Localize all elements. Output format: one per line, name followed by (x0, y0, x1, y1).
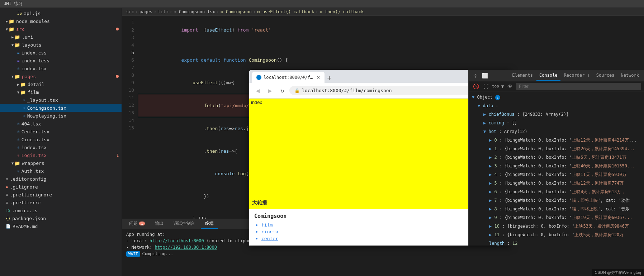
watermark: CSDN @努力的Wellingtoη (592, 269, 644, 276)
obj-coming[interactable]: ▶ coming : [] (472, 119, 641, 127)
obj-hot-length: length : 12 (472, 239, 641, 246)
code-line-3: export default function Comingsoon() { (138, 49, 644, 71)
sidebar-item-readme[interactable]: 📄 README.md (0, 222, 122, 230)
devtools-filter-icon: ⛶ (482, 82, 490, 90)
sidebar-item-index-css[interactable]: ≋ index.css (0, 49, 122, 57)
browser-active-tab[interactable]: localhost:8000/#/film/coming... × (252, 72, 325, 83)
devtools-icons-bar: ⊹ ⬜ Elements Console Recorder ↑ Sources … (469, 70, 644, 81)
obj-hot-6[interactable]: ▶ 6 : {bingeWatch: 0, boxInfo: '上映4天，累计票… (472, 187, 641, 196)
sidebar-item-index-less[interactable]: ≋ index.less (0, 57, 122, 65)
devtools-tab-sources[interactable]: Sources (593, 71, 617, 81)
browser-reload-button[interactable]: ↻ (277, 86, 287, 96)
sidebar-item-prettierignore[interactable]: ⚙ .prettierignore (0, 191, 122, 199)
devtools-level-label: top (492, 84, 499, 89)
browser-tab-close-button[interactable]: × (317, 74, 320, 81)
obj-data-label[interactable]: ▼ data : (472, 101, 641, 110)
devtools-tab-console[interactable]: Console (536, 71, 560, 81)
sidebar-item-index-tsx-layouts[interactable]: ⚛ index.tsx (0, 65, 122, 72)
sidebar-item-detail[interactable]: ▶ 📁 detail (0, 80, 122, 88)
browser-tab-url-label: localhost:8000/#/film/coming... (264, 75, 314, 80)
sidebar-item-node-modules[interactable]: ▶ 📁 node_modules (0, 17, 122, 25)
obj-hot-2[interactable]: ▶ 2 : {bingeWatch: 0, boxInfo: '上映5天，累计票… (472, 153, 641, 162)
sidebar-item-layouts[interactable]: ▼ 📁 layouts (0, 41, 122, 49)
obj-hot-9[interactable]: ▶ 9 : {bingeWatch: 0, boxInfo: '上映19天，累计… (472, 213, 641, 222)
sidebar-item-layout-tsx[interactable]: ⚛ _layout.tsx (0, 96, 122, 104)
tab-debug-console[interactable]: 调试控制台 (169, 219, 199, 229)
sidebar-item-nowplaying-tsx[interactable]: ⚛ Nowplaying.tsx (0, 112, 122, 120)
devtools-cursor-icon[interactable]: ⊹ (471, 71, 480, 80)
devtools-device-icon[interactable]: ⬜ (480, 71, 489, 80)
obj-hot-0[interactable]: ▶ 0 : {bingeWatch: 0, boxInfo: '上映12天，累计… (472, 136, 641, 144)
browser-new-tab-button[interactable]: + (325, 73, 335, 83)
obj-hot-5[interactable]: ▶ 5 : {bingeWatch: 0, boxInfo: '上映12天，累计… (472, 179, 641, 187)
breadcrumb: src › pages › film › ⚛ Comingsoon.tsx › … (122, 8, 644, 16)
sidebar-item-404-tsx[interactable]: ⚛ 404.tsx (0, 120, 122, 128)
obj-hot-8[interactable]: ▶ 8 : {bingeWatch: 0, boxInfo: '喵，即将上映',… (472, 205, 641, 213)
obj-hot-1[interactable]: ▶ 1 : {bingeWatch: 0, boxInfo: '上映26天，累计… (472, 144, 641, 153)
sidebar-item-umi[interactable]: ▶ 📁 .umi (0, 33, 122, 41)
address-text: localhost:8000/#/film/comingsoon (302, 88, 392, 93)
obj-hot-label[interactable]: ▼ hot : Array(12) (472, 127, 641, 136)
devtools-tab-recorder[interactable]: Recorder ↑ (561, 71, 593, 81)
browser-forward-button[interactable]: ▶ (265, 86, 275, 96)
devtools-console-toolbar: 🚫 ⛶ top ▼ 👁 (469, 81, 644, 91)
sidebar-item-pages[interactable]: ▼ 📁 pages (0, 72, 122, 80)
sidebar-item-api-js[interactable]: JS api.js (0, 9, 122, 17)
obj-hot-3[interactable]: ▶ 3 : {bingeWatch: 0, boxInfo: '上映40天，累计… (472, 162, 641, 170)
tab-output[interactable]: 输出 (151, 219, 168, 229)
obj-hot-4[interactable]: ▶ 4 : {bingeWatch: 0, boxInfo: '上映11天，累计… (472, 170, 641, 179)
obj-hot-10[interactable]: ▶ 10 : {bingeWatch: 0, boxInfo: '上映53天，累… (472, 222, 641, 230)
obj-hot-7[interactable]: ▶ 7 : {bingeWatch: 0, boxInfo: '喵，即将上映',… (472, 196, 641, 205)
browser-index-label: index (251, 100, 262, 105)
obj-chiefbonus[interactable]: ▶ chiefBonus : {249033: Array(2)} (472, 110, 641, 119)
window-title: UMI 练习 (4, 1, 23, 7)
sidebar-item-editorconfig[interactable]: ⚙ .editorconfig (0, 175, 122, 183)
devtools-tab-network[interactable]: Network (618, 71, 642, 81)
sidebar-item-prettierrc[interactable]: ⚙ .prettierrc (0, 199, 122, 206)
top-bar: UMI 练习 (0, 0, 644, 8)
sidebar: JS api.js ▶ 📁 node_modules ▼ 📁 src ▶ 📁 .… (0, 8, 122, 276)
sidebar-item-film[interactable]: ▼ 📁 film (0, 88, 122, 96)
sidebar-item-auth-tsx[interactable]: ⚛ Auth.tsx (0, 167, 122, 175)
sidebar-item-package-json[interactable]: {} package.json (0, 214, 122, 222)
devtools-eye-icon[interactable]: 👁 (506, 82, 514, 90)
devtools-panel: ⊹ ⬜ Elements Console Recorder ↑ Sources … (468, 70, 644, 246)
sidebar-item-center-tsx[interactable]: ⚛ Center.tsx (0, 128, 122, 135)
sidebar-item-cinema-tsx[interactable]: ⚛ Cinema.tsx (0, 135, 122, 143)
devtools-tab-elements[interactable]: Elements (509, 71, 536, 81)
sidebar-item-wrappers[interactable]: ▼ 📁 wrappers (0, 159, 122, 167)
browser-tab-favicon (256, 75, 261, 80)
browser-back-button[interactable]: ◀ (253, 86, 263, 96)
code-line-1: import {useEffect} from 'react' (138, 19, 644, 41)
line-numbers: 1 2 3 4 5 6 7 8 9 10 11 12 13 14 (122, 16, 138, 219)
sidebar-item-gitignore[interactable]: ◆ .gitignore (0, 183, 122, 191)
tab-problems[interactable]: 问题 1 (125, 219, 149, 229)
lock-icon: 🔒 (294, 88, 300, 93)
obj-hot-11[interactable]: ▶ 11 : {bingeWatch: 0, boxInfo: '上映5天，累计… (472, 230, 641, 239)
sidebar-item-comingsoon-tsx[interactable]: ⚛ Comingsoon.tsx (0, 104, 122, 112)
devtools-clear-button[interactable]: 🚫 (472, 82, 480, 90)
sidebar-item-umirc-ts[interactable]: TS .umirc.ts (0, 206, 122, 214)
sidebar-item-index-tsx-pages[interactable]: ⚛ index.tsx (0, 143, 122, 151)
carousel-label: 大轮播 (252, 200, 267, 206)
browser-address-bar[interactable]: 🔒 localhost:8000/#/film/comingsoon (289, 86, 495, 95)
devtools-filter-input[interactable] (516, 83, 641, 90)
sidebar-item-src[interactable]: ▼ 📁 src (0, 25, 122, 33)
tab-terminal[interactable]: 终端 (201, 219, 218, 229)
devtools-console-output: ▼ Object i ▼ data : ▶ chiefBonus : {2490… (469, 91, 644, 246)
sidebar-item-login-tsx[interactable]: ⚛ Login.tsx 1 (0, 151, 122, 159)
code-line-2 (138, 41, 644, 49)
obj-root[interactable]: ▼ Object i (472, 93, 641, 101)
